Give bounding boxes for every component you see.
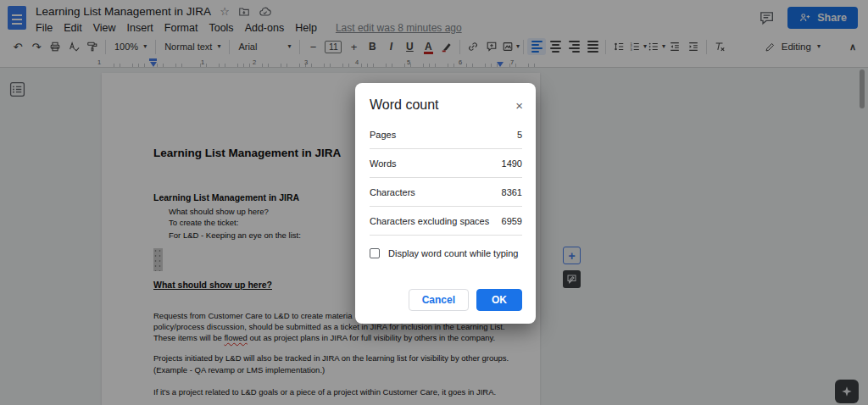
close-icon[interactable]: × xyxy=(515,99,523,112)
stat-value: 6959 xyxy=(502,216,522,226)
word-count-while-typing-option: Display word count while typing xyxy=(370,248,521,258)
checkbox[interactable] xyxy=(370,248,380,258)
stat-row-characters: Characters 8361 xyxy=(370,178,522,207)
stat-label: Characters excluding spaces xyxy=(370,216,489,226)
dialog-header: Word count × xyxy=(355,83,536,120)
word-count-dialog: Word count × Pages 5 Words 1490 Characte… xyxy=(355,83,536,324)
stat-value: 8361 xyxy=(502,187,522,197)
stat-value: 5 xyxy=(517,130,522,140)
ok-button[interactable]: OK xyxy=(476,289,522,311)
stat-row-characters-excl-spaces: Characters excluding spaces 6959 xyxy=(370,207,522,236)
cancel-button[interactable]: Cancel xyxy=(409,289,469,311)
stat-label: Words xyxy=(370,158,397,169)
stat-row-words: Words 1490 xyxy=(370,149,522,178)
stat-label: Pages xyxy=(370,130,396,140)
stat-label: Characters xyxy=(370,187,415,197)
dialog-title: Word count xyxy=(370,97,439,113)
google-docs-app: Learning List Management in JIRA ☆ File … xyxy=(0,0,868,405)
stat-row-pages: Pages 5 xyxy=(370,120,522,149)
stat-value: 1490 xyxy=(502,158,522,169)
dialog-actions: Cancel OK xyxy=(409,289,522,311)
checkbox-label[interactable]: Display word count while typing xyxy=(388,248,518,258)
